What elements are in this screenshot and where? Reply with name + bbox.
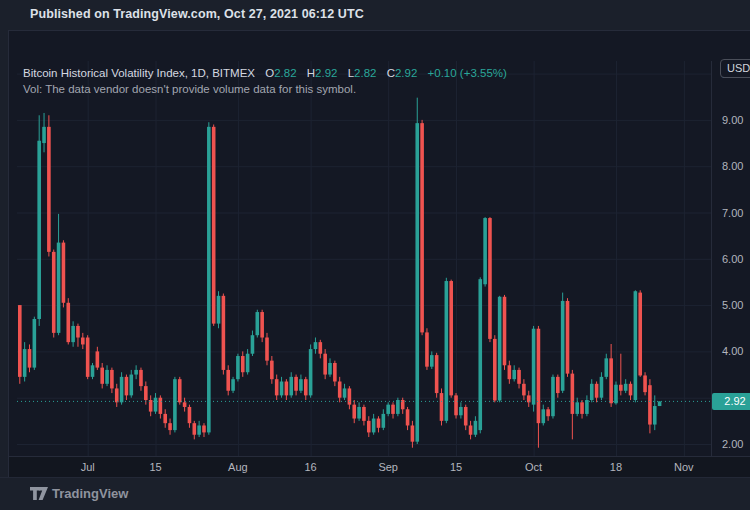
- candle: [478, 279, 482, 430]
- candle: [377, 419, 381, 428]
- candlestick-plot[interactable]: [17, 61, 711, 486]
- footer-bar: TradingView: [0, 477, 750, 510]
- time-tick-label[interactable]: 18: [596, 461, 636, 473]
- change-value: +0.10 (+3.55%): [428, 67, 507, 79]
- candle: [299, 379, 303, 391]
- candle: [343, 388, 347, 397]
- candle: [236, 356, 240, 379]
- candle: [571, 374, 575, 414]
- candle: [508, 365, 512, 379]
- time-tick-label[interactable]: Sep: [368, 461, 408, 473]
- price-axis[interactable]: USD 10.009.008.007.006.005.004.003.002.0…: [711, 61, 750, 486]
- candle: [435, 355, 439, 393]
- candle: [52, 252, 56, 333]
- candle: [415, 123, 419, 442]
- chart-widget: Bitcoin Historical Volatility Index, 1D,…: [8, 30, 750, 477]
- candle: [294, 377, 298, 391]
- candle: [260, 312, 264, 337]
- tradingview-logo-icon[interactable]: [30, 487, 48, 500]
- candle: [246, 354, 250, 373]
- price-tick-label: 2.00: [722, 438, 743, 450]
- high-value: 2.92: [315, 67, 337, 79]
- candle: [251, 335, 255, 354]
- currency-toggle[interactable]: USD: [720, 59, 750, 78]
- candle: [459, 407, 463, 415]
- candle: [81, 338, 85, 345]
- candle: [42, 127, 46, 143]
- candle: [469, 425, 473, 434]
- candle: [338, 381, 342, 397]
- tradingview-brand[interactable]: TradingView: [52, 486, 128, 501]
- candle: [425, 332, 429, 366]
- candle: [163, 414, 167, 423]
- candle: [144, 386, 148, 400]
- candle: [382, 414, 386, 428]
- candle: [590, 384, 594, 400]
- candle: [604, 358, 608, 377]
- close-label: C: [387, 67, 395, 79]
- candle: [532, 329, 536, 405]
- time-tick-label[interactable]: Nov: [664, 461, 704, 473]
- candle: [197, 425, 201, 434]
- candle: [396, 400, 400, 414]
- candle: [125, 377, 129, 396]
- candle: [658, 401, 662, 406]
- time-axis[interactable]: Jul15Aug16Sep15Oct18Nov: [9, 456, 750, 478]
- candle: [289, 377, 293, 396]
- candle: [66, 303, 70, 342]
- candle: [629, 384, 633, 396]
- time-tick-label[interactable]: Aug: [218, 461, 258, 473]
- candle: [23, 349, 27, 377]
- candle: [86, 338, 90, 377]
- candle: [411, 425, 415, 441]
- candle: [454, 395, 458, 415]
- price-tick-label: 7.00: [722, 207, 743, 219]
- candle: [634, 291, 638, 400]
- candle: [386, 405, 390, 414]
- candle: [352, 405, 356, 419]
- price-tick-label: 9.00: [722, 114, 743, 126]
- candle: [503, 297, 507, 366]
- high-label: H: [307, 67, 315, 79]
- candle: [430, 355, 434, 367]
- price-tick-label: 5.00: [722, 299, 743, 311]
- candle: [241, 356, 245, 372]
- candle: [285, 381, 289, 395]
- candle: [76, 326, 80, 338]
- candle: [105, 370, 109, 384]
- candle: [173, 379, 177, 430]
- candle: [192, 423, 196, 435]
- candle: [493, 339, 497, 401]
- time-tick-label[interactable]: Jul: [68, 461, 108, 473]
- candle: [575, 402, 579, 414]
- candle: [580, 402, 584, 414]
- candle: [270, 361, 274, 380]
- candle: [556, 377, 560, 393]
- candle: [420, 123, 424, 332]
- candle: [62, 243, 66, 303]
- candle: [391, 405, 395, 414]
- time-tick-label[interactable]: Oct: [514, 461, 554, 473]
- candle: [643, 375, 647, 392]
- candle: [212, 127, 216, 324]
- candle: [134, 370, 138, 375]
- open-value: 2.82: [274, 67, 296, 79]
- candle: [231, 379, 235, 391]
- time-tick-label[interactable]: 16: [291, 461, 331, 473]
- candle: [319, 342, 323, 354]
- candle: [309, 349, 313, 395]
- time-tick-label[interactable]: 15: [136, 461, 176, 473]
- candle: [139, 370, 143, 386]
- tradingview-published-chart: Published on TradingView.com, Oct 27, 20…: [0, 0, 750, 510]
- candle: [638, 293, 642, 376]
- candle: [372, 419, 376, 433]
- time-tick-label[interactable]: 15: [436, 461, 476, 473]
- candle: [561, 301, 565, 391]
- candle: [440, 393, 444, 421]
- candle: [585, 400, 589, 414]
- candles-svg[interactable]: [17, 61, 711, 486]
- symbol-title[interactable]: Bitcoin Historical Volatility Index, 1D,…: [23, 67, 255, 79]
- close-value: 2.92: [395, 67, 417, 79]
- candle: [624, 384, 628, 391]
- candle: [18, 305, 22, 377]
